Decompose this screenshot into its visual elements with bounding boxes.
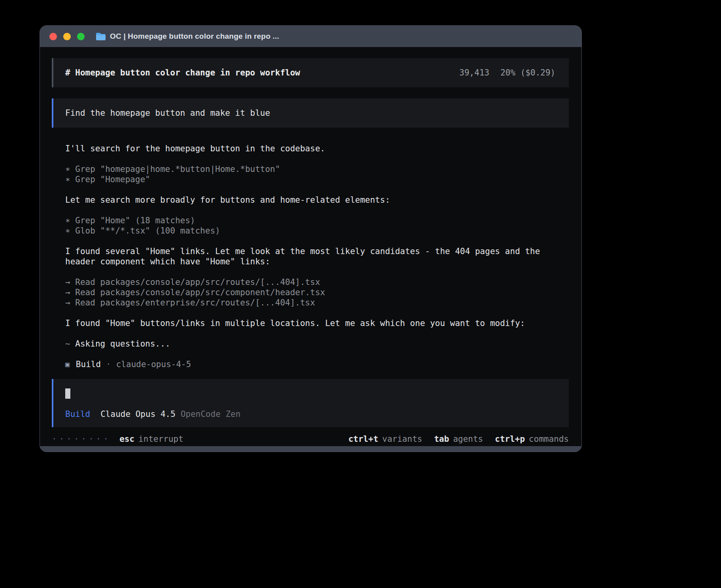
shortcut-agents: tab agents — [434, 434, 483, 444]
window-title: OC | Homepage button color change in rep… — [110, 32, 279, 41]
hint-commands: commands — [529, 434, 569, 444]
shortcut-commands: ctrl+p commands — [495, 434, 569, 444]
tool-call-grep: ∗ Grep "Homepage" — [65, 174, 569, 185]
key-tab: tab — [434, 434, 449, 444]
prompt-input[interactable]: Build Claude Opus 4.5 OpenCode Zen — [52, 379, 569, 427]
context-usage: 20% ($0.29) — [500, 68, 555, 78]
status-text: Asking questions... — [75, 339, 170, 349]
model-provider: OpenCode Zen — [181, 409, 241, 419]
session-header: # Homepage button color change in repo w… — [52, 58, 569, 87]
token-count: 39,413 — [459, 68, 489, 78]
zoom-window-button[interactable] — [77, 33, 85, 40]
agent-mode-label[interactable]: Build — [65, 409, 90, 419]
terminal-content: # Homepage button color change in repo w… — [40, 47, 581, 446]
window-titlebar[interactable]: OC | Homepage button color change in rep… — [40, 26, 581, 47]
model-name[interactable]: Claude Opus 4.5 — [100, 409, 176, 419]
minimize-window-button[interactable] — [63, 33, 71, 40]
separator-dot: · — [106, 359, 111, 369]
agent-name: Build — [76, 359, 101, 369]
working-status: ~ Asking questions... — [65, 339, 569, 349]
assistant-text: I found "Home" buttons/links in multiple… — [65, 318, 569, 328]
session-title: # Homepage button color change in repo w… — [65, 68, 300, 78]
agent-icon: ▣ — [65, 359, 70, 369]
session-stats: 39,413 20% ($0.29) — [459, 68, 555, 78]
shortcut-variants: ctrl+t variants — [348, 434, 422, 444]
close-window-button[interactable] — [49, 33, 57, 40]
key-ctrl-p: ctrl+p — [495, 434, 525, 444]
traffic-lights — [49, 33, 85, 40]
tool-call-grep: ∗ Grep "Home" (18 matches) — [65, 215, 569, 226]
assistant-text: I found several "Home" links. Let me loo… — [65, 246, 569, 267]
hint-interrupt: interrupt — [138, 434, 183, 444]
tool-call-grep: ∗ Grep "homepage|home.*button|Home.*butt… — [65, 164, 569, 174]
key-ctrl-t: ctrl+t — [348, 434, 378, 444]
user-message: Find the homepage button and make it blu… — [52, 98, 569, 128]
shortcut-interrupt: esc interrupt — [119, 434, 183, 444]
assistant-text: Let me search more broadly for buttons a… — [65, 195, 569, 205]
key-esc: esc — [119, 434, 134, 444]
spinner-dots: ········ — [52, 434, 111, 444]
tool-call-read: → Read packages/enterprise/src/routes/[.… — [65, 298, 569, 308]
tool-call-read: → Read packages/console/app/src/componen… — [65, 287, 569, 298]
tool-call-read: → Read packages/console/app/src/routes/[… — [65, 277, 569, 287]
model-line: Build Claude Opus 4.5 OpenCode Zen — [65, 409, 555, 419]
status-bar: ········ esc interrupt ctrl+t variants t… — [52, 432, 569, 446]
assistant-text: I'll search for the homepage button in t… — [65, 143, 569, 154]
terminal-window: OC | Homepage button color change in rep… — [40, 25, 582, 452]
hint-agents: agents — [453, 434, 483, 444]
hint-variants: variants — [382, 434, 422, 444]
input-line[interactable] — [65, 388, 555, 399]
text-cursor — [65, 388, 70, 399]
agent-model: claude-opus-4-5 — [116, 359, 191, 369]
folder-icon — [96, 32, 106, 41]
tool-call-glob: ∗ Glob "**/*.tsx" (100 matches) — [65, 226, 569, 236]
status-left: ········ esc interrupt — [52, 434, 183, 444]
status-prefix: ~ — [65, 339, 70, 349]
transcript: I'll search for the homepage button in t… — [65, 143, 569, 369]
agent-indicator: ▣ Build · claude-opus-4-5 — [65, 359, 569, 369]
status-right: ctrl+t variants tab agents ctrl+p comman… — [336, 434, 569, 444]
user-message-text: Find the homepage button and make it blu… — [65, 108, 270, 118]
